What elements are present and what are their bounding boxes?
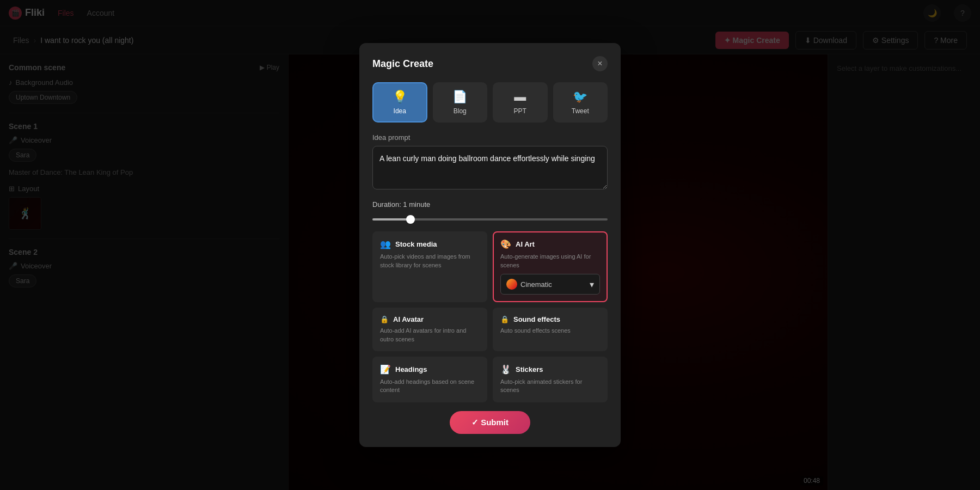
tab-idea[interactable]: 💡 Idea — [372, 82, 427, 122]
ai-avatar-name: AI Avatar — [393, 315, 424, 323]
tab-ppt-label: PPT — [514, 107, 526, 115]
tab-idea-label: Idea — [394, 107, 406, 115]
tab-tweet-label: Tweet — [572, 107, 589, 115]
blog-icon: 📄 — [452, 90, 467, 104]
stickers-icon: 🐰 — [500, 364, 511, 375]
stickers-name: Stickers — [516, 365, 543, 373]
tab-blog-label: Blog — [454, 107, 467, 115]
ai-art-name: AI Art — [516, 240, 535, 248]
style-icon — [506, 279, 517, 290]
slider-container — [372, 213, 608, 223]
prompt-textarea[interactable]: A lean curly man doing ballroom dance ef… — [372, 146, 608, 189]
style-dropdown[interactable]: Cinematic ▾ — [500, 274, 600, 295]
tab-ppt[interactable]: ▬ PPT — [493, 82, 548, 122]
duration-label: Duration: 1 minute — [372, 200, 430, 209]
ai-art-icon: 🎨 — [500, 239, 511, 249]
stock-media-header: 👥 Stock media — [380, 239, 480, 249]
chevron-down-icon: ▾ — [590, 279, 594, 290]
headings-header: 📝 Headings — [380, 364, 480, 375]
stock-media-name: Stock media — [395, 240, 437, 248]
style-label: Cinematic — [520, 280, 552, 289]
sound-effects-header: 🔒 Sound effects — [500, 315, 600, 323]
modal-header: Magic Create × — [372, 56, 608, 71]
lock-icon-avatar: 🔒 — [380, 315, 389, 323]
ai-art-header: 🎨 AI Art — [500, 239, 600, 249]
headings-icon: 📝 — [380, 364, 391, 375]
modal-title: Magic Create — [372, 58, 433, 70]
stock-media-icon: 👥 — [380, 239, 391, 249]
headings-name: Headings — [395, 365, 427, 373]
sound-effects-desc: Auto sound effects scenes — [500, 327, 600, 335]
ppt-icon: ▬ — [514, 90, 526, 104]
modal-tabs: 💡 Idea 📄 Blog ▬ PPT 🐦 Tweet — [372, 82, 608, 122]
feature-headings[interactable]: 📝 Headings Auto-add headings based on sc… — [372, 357, 487, 402]
headings-desc: Auto-add headings based on scene content — [380, 378, 480, 395]
tab-blog[interactable]: 📄 Blog — [433, 82, 488, 122]
feature-stickers[interactable]: 🐰 Stickers Auto-pick animated stickers f… — [493, 357, 608, 402]
magic-create-modal: Magic Create × 💡 Idea 📄 Blog ▬ PPT 🐦 Twe… — [359, 43, 621, 446]
prompt-label: Idea prompt — [372, 133, 608, 142]
ai-avatar-header: 🔒 AI Avatar — [380, 315, 480, 323]
tab-tweet[interactable]: 🐦 Tweet — [553, 82, 608, 122]
tweet-icon: 🐦 — [573, 90, 587, 104]
feature-stock-media[interactable]: 👥 Stock media Auto-pick videos and image… — [372, 231, 487, 302]
submit-button[interactable]: ✓ Submit — [450, 411, 530, 434]
sound-effects-name: Sound effects — [513, 315, 560, 323]
feature-ai-avatar[interactable]: 🔒 AI Avatar Auto-add AI avatars for intr… — [372, 308, 487, 351]
style-dropdown-left: Cinematic — [506, 279, 552, 290]
duration-slider[interactable] — [372, 218, 608, 220]
lock-icon-sound: 🔒 — [500, 315, 509, 323]
ai-avatar-desc: Auto-add AI avatars for intro and outro … — [380, 327, 480, 344]
modal-overlay[interactable]: Magic Create × 💡 Idea 📄 Blog ▬ PPT 🐦 Twe… — [0, 0, 980, 490]
idea-icon: 💡 — [393, 90, 407, 104]
duration-row: Duration: 1 minute — [372, 200, 608, 209]
stock-media-desc: Auto-pick videos and images from stock l… — [380, 253, 480, 270]
stickers-desc: Auto-pick animated stickers for scenes — [500, 378, 600, 395]
feature-sound-effects[interactable]: 🔒 Sound effects Auto sound effects scene… — [493, 308, 608, 351]
modal-close-button[interactable]: × — [592, 56, 608, 71]
ai-art-desc: Auto-generate images using AI for scenes — [500, 253, 600, 270]
feature-grid: 👥 Stock media Auto-pick videos and image… — [372, 231, 608, 402]
submit-row: ✓ Submit — [372, 411, 608, 434]
feature-ai-art[interactable]: 🎨 AI Art Auto-generate images using AI f… — [493, 231, 608, 302]
stickers-header: 🐰 Stickers — [500, 364, 600, 375]
